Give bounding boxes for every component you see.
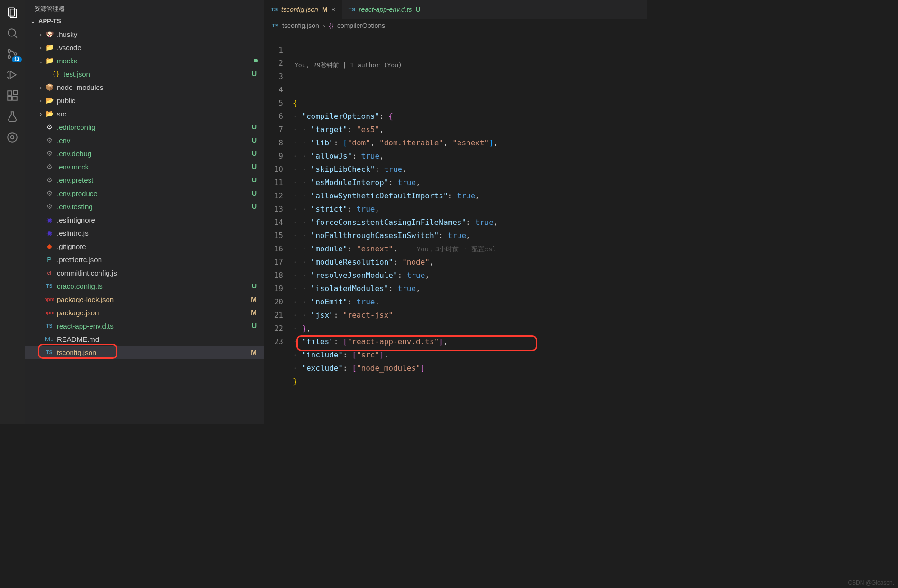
svg-rect-9 — [13, 90, 18, 95]
file-item[interactable]: TSreact-app-env.d.tsU — [25, 319, 264, 332]
gear-icon: ⚙ — [45, 188, 54, 198]
file-item[interactable]: ◉.eslintignore — [25, 213, 264, 226]
file-item[interactable]: ⚙.editorconfigU — [25, 120, 264, 134]
file-item[interactable]: ⚙.env.testingU — [25, 200, 264, 213]
debug-icon[interactable] — [6, 68, 19, 81]
svg-rect-8 — [13, 96, 17, 100]
file-name: .env.debug — [57, 150, 252, 158]
file-item[interactable]: { }test.jsonU — [25, 67, 264, 80]
file-tree: ›🐶.husky›📁.vscode⌄📁mocks{ }test.jsonU›📦n… — [25, 27, 264, 424]
git-status: U — [252, 163, 258, 170]
tab-status: M — [322, 6, 328, 13]
svg-rect-6 — [8, 91, 12, 95]
tab-label: react-app-env.d.ts — [359, 6, 412, 13]
folder-husky-icon: 🐶 — [45, 29, 54, 39]
file-name: .env.produce — [57, 189, 252, 197]
git-status: U — [252, 176, 258, 184]
file-item[interactable]: P.prettierrc.json — [25, 253, 264, 266]
folder-public-icon: 📂 — [45, 96, 54, 105]
file-item[interactable]: ⚙.env.produceU — [25, 187, 264, 200]
folder-item[interactable]: ›📁.vscode — [25, 41, 264, 54]
file-name: mocks — [57, 57, 254, 65]
svg-rect-7 — [8, 96, 12, 100]
git-status: U — [252, 70, 258, 78]
file-item[interactable]: clcommitlint.config.js — [25, 266, 264, 279]
folder-item[interactable]: ›📂public — [25, 94, 264, 107]
file-item[interactable]: ⚙.envU — [25, 134, 264, 147]
git-status: M — [251, 295, 258, 303]
gear-icon: ⚙ — [45, 202, 54, 211]
ts-icon: TS — [45, 347, 54, 357]
git-status: U — [252, 150, 258, 157]
eslint-icon: ◉ — [45, 228, 54, 238]
file-name: node_modules — [57, 83, 258, 91]
ts-icon: TS — [271, 7, 278, 12]
breadcrumb[interactable]: TS tsconfig.json › {} compilerOptions — [264, 19, 647, 32]
close-icon[interactable]: × — [332, 6, 335, 13]
testing-icon[interactable] — [6, 110, 19, 123]
project-name: APP-TS — [38, 18, 61, 25]
editor-area: TStsconfig.jsonM×TSreact-app-env.d.tsU T… — [264, 0, 647, 424]
file-name: public — [57, 97, 258, 105]
ts-icon: TS — [349, 7, 355, 12]
search-icon[interactable] — [6, 27, 19, 40]
editor-tab[interactable]: TStsconfig.jsonM× — [264, 0, 342, 19]
folder-item[interactable]: ›🐶.husky — [25, 27, 264, 41]
editor-tab[interactable]: TSreact-app-env.d.tsU — [342, 0, 427, 19]
git-status: U — [252, 203, 258, 210]
file-item[interactable]: ⚙.env.mockU — [25, 160, 264, 173]
file-name: README.md — [57, 335, 258, 343]
file-item[interactable]: TScraco.config.tsU — [25, 279, 264, 293]
file-item[interactable]: M↓README.md — [25, 332, 264, 346]
svg-point-3 — [8, 50, 10, 52]
activity-bar: 13 — [0, 0, 25, 424]
git-status: U — [252, 189, 258, 197]
chevron-icon: › — [37, 97, 45, 104]
file-item[interactable]: ◉.eslintrc.js — [25, 226, 264, 240]
git-status: U — [252, 322, 258, 330]
svg-point-11 — [8, 133, 17, 142]
editor-tabs: TStsconfig.jsonM×TSreact-app-env.d.tsU — [264, 0, 647, 19]
file-name: .prettierrc.json — [57, 256, 258, 264]
folder-vscode-icon: 📁 — [45, 43, 54, 52]
folder-item[interactable]: ›📦node_modules — [25, 80, 264, 94]
file-name: .env.mock — [57, 163, 252, 171]
folder-node-icon: 📦 — [45, 82, 54, 92]
source-control-icon[interactable]: 13 — [6, 47, 19, 61]
code-editor[interactable]: 1234567891011121314151617181920212223 Yo… — [264, 32, 647, 424]
breadcrumb-file: tsconfig.json — [282, 22, 319, 29]
brace-icon: {} — [329, 22, 333, 29]
git-status: U — [252, 136, 258, 144]
file-item[interactable]: npmpackage.jsonM — [25, 306, 264, 319]
file-item[interactable]: ⚙.env.pretestU — [25, 173, 264, 187]
file-item[interactable]: TStsconfig.jsonM — [25, 346, 264, 359]
prettier-icon: P — [45, 255, 54, 264]
explorer-sidebar: 资源管理器 ··· ⌄ APP-TS ›🐶.husky›📁.vscode⌄📁mo… — [25, 0, 264, 424]
codelens[interactable]: You, 29秒钟前 | 1 author (You) — [293, 59, 647, 70]
chevron-icon: › — [37, 84, 45, 91]
extensions-icon[interactable] — [6, 89, 19, 102]
file-item[interactable]: ⚙.env.debugU — [25, 147, 264, 160]
file-item[interactable]: ◆.gitignore — [25, 240, 264, 253]
scm-badge: 13 — [12, 56, 22, 62]
code-content[interactable]: You, 29秒钟前 | 1 author (You) {· "compiler… — [293, 32, 647, 424]
file-name: .eslintrc.js — [57, 229, 258, 237]
file-name: .env — [57, 136, 252, 144]
file-name: src — [57, 110, 258, 118]
file-name: .gitignore — [57, 242, 258, 250]
project-header[interactable]: ⌄ APP-TS — [25, 16, 264, 27]
svg-point-10 — [11, 136, 14, 139]
more-icon[interactable]: ··· — [247, 4, 257, 14]
file-item[interactable]: npmpackage-lock.jsonM — [25, 293, 264, 306]
folder-item[interactable]: ⌄📁mocks — [25, 54, 264, 67]
tab-label: tsconfig.json — [281, 6, 318, 13]
editorconfig-icon: ⚙ — [45, 122, 54, 132]
file-name: package-lock.json — [57, 295, 251, 303]
gitlens-icon[interactable] — [6, 131, 19, 144]
tab-status: U — [416, 6, 421, 13]
git-status: M — [251, 348, 258, 356]
explorer-icon[interactable] — [6, 6, 19, 19]
file-name: tsconfig.json — [57, 348, 251, 356]
npm-icon: npm — [45, 308, 54, 317]
folder-item[interactable]: ›📂src — [25, 107, 264, 120]
